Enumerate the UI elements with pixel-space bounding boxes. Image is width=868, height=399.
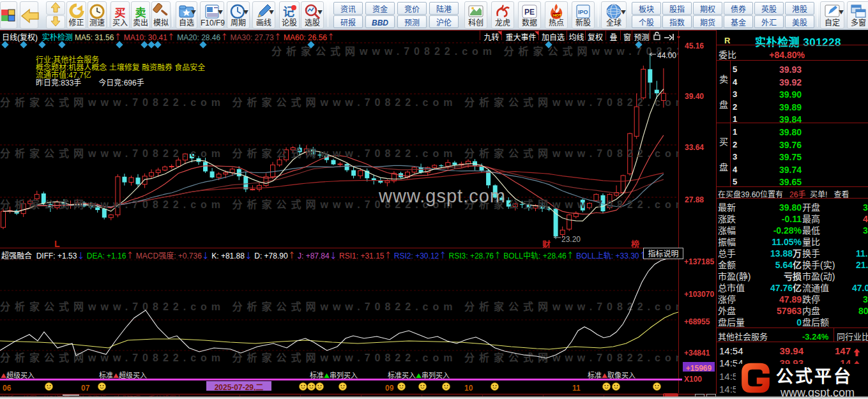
svg-text:PE: PE — [524, 6, 535, 17]
svg-text:IPO: IPO — [578, 8, 588, 16]
